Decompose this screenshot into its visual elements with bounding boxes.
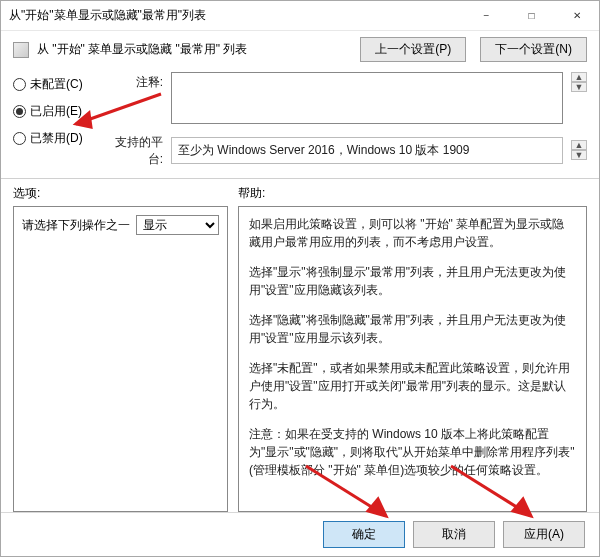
help-paragraph: 选择"隐藏"将强制隐藏"最常用"列表，并且用户无法更改为使用"设置"应用显示该列…: [249, 311, 576, 347]
help-header: 帮助:: [238, 185, 587, 202]
cancel-button[interactable]: 取消: [413, 521, 495, 548]
radio-icon: [13, 105, 26, 118]
options-panel: 请选择下列操作之一 显示: [13, 206, 228, 512]
option-row-label: 请选择下列操作之一: [22, 217, 130, 234]
policy-icon: [13, 42, 29, 58]
help-paragraph: 注意：如果在受支持的 Windows 10 版本上将此策略配置为"显示"或"隐藏…: [249, 425, 576, 479]
section-headers: 选项: 帮助:: [13, 185, 587, 202]
supported-scroll[interactable]: ▲▼: [571, 140, 587, 160]
separator: [1, 178, 599, 179]
option-select[interactable]: 显示: [136, 215, 219, 235]
radio-not-configured[interactable]: 未配置(C): [13, 76, 103, 93]
radio-disabled[interactable]: 已禁用(D): [13, 130, 103, 147]
supported-label: 支持的平台:: [103, 132, 163, 168]
help-paragraph: 如果启用此策略设置，则可以将 "开始" 菜单配置为显示或隐藏用户最常用应用的列表…: [249, 215, 576, 251]
titlebar: 从"开始"菜单显示或隐藏"最常用"列表 − □ ✕: [1, 1, 599, 31]
policy-title: 从 "开始" 菜单显示或隐藏 "最常用" 列表: [37, 41, 346, 58]
radio-label: 未配置(C): [30, 76, 83, 93]
header-row: 从 "开始" 菜单显示或隐藏 "最常用" 列表 上一个设置(P) 下一个设置(N…: [13, 37, 587, 62]
dialog-body: 从 "开始" 菜单显示或隐藏 "最常用" 列表 上一个设置(P) 下一个设置(N…: [1, 31, 599, 512]
help-panel: 如果启用此策略设置，则可以将 "开始" 菜单配置为显示或隐藏用户最常用应用的列表…: [238, 206, 587, 512]
supported-text: 至少为 Windows Server 2016，Windows 10 版本 19…: [171, 137, 563, 164]
radio-enabled[interactable]: 已启用(E): [13, 103, 103, 120]
policy-editor-window: 从"开始"菜单显示或隐藏"最常用"列表 − □ ✕ 从 "开始" 菜单显示或隐藏…: [0, 0, 600, 557]
state-radio-group: 未配置(C) 已启用(E) 已禁用(D): [13, 72, 103, 168]
comment-row: 注释: ▲▼: [103, 72, 587, 124]
comment-label: 注释:: [103, 72, 163, 91]
help-paragraph: 选择"显示"将强制显示"最常用"列表，并且用户无法更改为使用"设置"应用隐藏该列…: [249, 263, 576, 299]
radio-label: 已启用(E): [30, 103, 82, 120]
supported-row: 支持的平台: 至少为 Windows Server 2016，Windows 1…: [103, 132, 587, 168]
previous-setting-button[interactable]: 上一个设置(P): [360, 37, 466, 62]
radio-label: 已禁用(D): [30, 130, 83, 147]
maximize-button[interactable]: □: [509, 1, 554, 31]
dialog-footer: 确定 取消 应用(A): [1, 512, 599, 556]
help-paragraph: 选择"未配置"，或者如果禁用或未配置此策略设置，则允许用户使用"设置"应用打开或…: [249, 359, 576, 413]
close-button[interactable]: ✕: [554, 1, 599, 31]
comment-textarea[interactable]: [171, 72, 563, 124]
config-row: 未配置(C) 已启用(E) 已禁用(D) 注释: ▲▼ 支持: [13, 72, 587, 168]
window-title: 从"开始"菜单显示或隐藏"最常用"列表: [9, 7, 464, 24]
columns: 请选择下列操作之一 显示 如果启用此策略设置，则可以将 "开始" 菜单配置为显示…: [13, 206, 587, 512]
radio-icon: [13, 78, 26, 91]
radio-icon: [13, 132, 26, 145]
minimize-button[interactable]: −: [464, 1, 509, 31]
comment-scroll[interactable]: ▲▼: [571, 72, 587, 92]
ok-button[interactable]: 确定: [323, 521, 405, 548]
option-row: 请选择下列操作之一 显示: [22, 215, 219, 235]
options-header: 选项:: [13, 185, 238, 202]
next-setting-button[interactable]: 下一个设置(N): [480, 37, 587, 62]
apply-button[interactable]: 应用(A): [503, 521, 585, 548]
